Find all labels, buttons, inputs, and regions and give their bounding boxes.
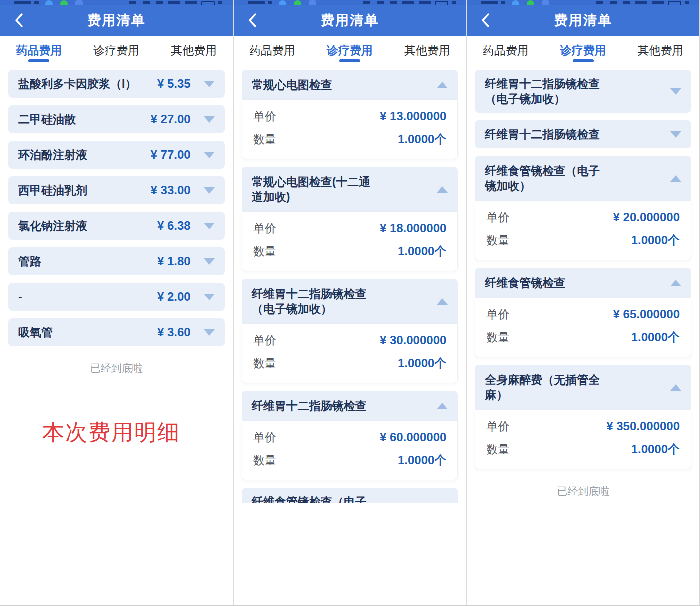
quantity-value: 1.0000个 [398,356,446,372]
expand-arrow-icon [204,330,215,336]
quantity-row: 数量1.0000个 [486,330,680,345]
tab-label: 药品费用 [250,43,296,58]
fee-item-header[interactable]: 纤维胃十二指肠镜检查 [242,391,458,421]
fee-item-name: - [18,290,158,304]
tab-2[interactable]: 其他费用 [622,36,700,65]
fee-item-row[interactable]: 环泊酚注射液¥ 77.00 [8,141,225,169]
status-bar [467,0,700,5]
end-of-list-text: 已经到底啦 [475,484,692,498]
status-bar [234,0,466,5]
tab-2[interactable]: 其他费用 [156,36,233,65]
fee-item-expanded: 全身麻醉费（无插管全麻）单价¥ 350.000000数量1.0000个 [475,365,692,470]
fee-item-name: 常规心电图检查 [252,78,332,92]
fee-list: 盐酸利多卡因胶浆（I）¥ 5.35二甲硅油散¥ 27.00环泊酚注射液¥ 77.… [0,65,233,376]
fee-item-row[interactable]: 吸氧管¥ 3.60 [8,318,225,346]
back-icon[interactable] [10,12,28,29]
collapse-arrow-icon [437,403,448,410]
status-icon-fragment [623,1,630,4]
status-icon-fragment [218,1,222,4]
unit-price-label: 单价 [254,109,276,124]
fee-item-row[interactable]: 氯化钠注射液¥ 6.38 [8,212,225,240]
notification-dot-icon [60,0,68,5]
back-icon[interactable] [244,12,261,29]
notification-dot-icon [46,0,53,5]
status-icon-fragment [685,1,689,4]
fee-item-expanded: 常规心电图检查单价¥ 13.000000数量1.0000个 [242,70,458,160]
fee-item-header[interactable]: 纤维胃十二指肠镜检查（电子镜加收） [242,279,458,324]
quantity-label: 数量 [254,453,276,468]
fee-list: 纤维胃十二指肠镜检查（电子镜加收）纤维胃十二指肠镜检查纤维食管镜检查（电子镜加收… [467,65,700,498]
expand-arrow-icon [204,188,215,194]
tab-0[interactable]: 药品费用 [467,36,544,65]
fee-item-header[interactable]: 纤维食管镜检查（电子 [242,488,458,503]
tab-1[interactable]: 诊疗费用 [312,36,389,65]
tab-label: 其他费用 [171,43,217,58]
unit-price-value: ¥ 60.000000 [380,430,446,444]
quantity-value: 1.0000个 [632,330,680,346]
fee-item-header[interactable]: 常规心电图检查(十二通道加收) [242,167,458,212]
notification-dot-icon [542,0,550,5]
tab-label: 药品费用 [16,43,62,58]
battery-icon [668,1,682,5]
unit-price-label: 单价 [486,210,510,226]
fee-item-row[interactable]: 盐酸利多卡因胶浆（I）¥ 5.35 [8,70,225,98]
tab-1[interactable]: 诊疗费用 [544,36,622,65]
fee-item-row[interactable]: -¥ 2.00 [8,283,225,311]
fee-item-header[interactable]: 全身麻醉费（无插管全麻） [475,365,692,410]
fee-item-row[interactable]: 管路¥ 1.80 [8,248,225,276]
tab-2[interactable]: 其他费用 [388,36,466,65]
tab-0[interactable]: 药品费用 [234,36,312,65]
fee-item-row[interactable]: 西甲硅油乳剂¥ 33.00 [8,176,225,204]
notification-dot-icon [76,0,83,5]
unit-price-row: 单价¥ 30.000000 [254,333,447,348]
fee-item-row[interactable]: 二甲硅油散¥ 27.00 [8,106,225,134]
fee-item-expanded: 纤维食管镜检查（电子镜加收）单价¥ 20.000000数量1.0000个 [475,156,692,260]
tab-0[interactable]: 药品费用 [0,36,78,65]
end-of-list-text: 已经到底啦 [8,362,225,376]
status-icon-fragment [635,1,647,4]
fee-item-name: 环泊酚注射液 [18,148,151,162]
phone-screenshot-treatment-fees-bottom: 费用清单药品费用诊疗费用其他费用纤维胃十二指肠镜检查（电子镜加收）纤维胃十二指肠… [466,0,700,605]
quantity-value: 1.0000个 [398,452,446,468]
status-icon-fragment [363,1,370,4]
fee-item-name: 吸氧管 [18,325,158,340]
fee-item-header[interactable]: 纤维食管镜检查（电子镜加收） [475,156,692,201]
fee-item-name: 氯化钠注射液 [18,218,158,234]
fee-item-header[interactable]: 常规心电图检查 [242,70,458,100]
quantity-row: 数量1.0000个 [254,132,447,147]
phone-screenshot-treatment-fees-top: 费用清单药品费用诊疗费用其他费用常规心电图检查单价¥ 13.000000数量1.… [233,0,466,605]
status-icon-fragment [402,1,414,4]
quantity-value: 1.0000个 [632,232,680,248]
status-icon-fragment [168,1,180,4]
tab-1[interactable]: 诊疗费用 [78,36,156,65]
fee-item-detail: 单价¥ 20.000000数量1.0000个 [475,201,692,260]
status-icon-fragment [390,1,397,4]
fee-item-row[interactable]: 纤维胃十二指肠镜检查（电子镜加收） [475,70,692,113]
fee-item-price: ¥ 2.00 [158,290,191,304]
status-icon-fragment [419,1,431,4]
unit-price-row: 单价¥ 18.000000 [254,221,447,236]
fee-item-detail: 单价¥ 350.000000数量1.0000个 [475,410,692,470]
expand-arrow-icon [204,294,215,300]
fee-item-name: 纤维食管镜检查（电子 [252,494,367,503]
fee-item-header[interactable]: 纤维食管镜检查 [475,268,692,298]
fee-item-price: ¥ 5.35 [158,77,191,91]
fee-item: 盐酸利多卡因胶浆（I）¥ 5.35 [8,70,225,98]
fee-item-row[interactable]: 纤维胃十二指肠镜检查 [475,120,692,148]
fee-item-price: ¥ 77.00 [151,148,191,162]
back-icon[interactable] [477,12,494,29]
status-time-fragment [34,2,39,4]
unit-price-row: 单价¥ 350.000000 [486,419,680,434]
app-header: 费用清单 [234,5,466,36]
expand-arrow-icon [204,152,215,158]
expand-arrow-icon [670,88,682,95]
page-title: 费用清单 [88,12,146,30]
fee-item: -¥ 2.00 [8,283,225,311]
quantity-value: 1.0000个 [398,244,446,260]
fee-item-name: 常规心电图检查(十二通道加收) [252,174,377,204]
status-icon-fragment [130,1,136,4]
fee-item-name: 纤维胃十二指肠镜检查（电子镜加收） [252,286,377,316]
notification-dot-icon [527,0,534,5]
fee-item-expanded: 常规心电图检查(十二通道加收)单价¥ 18.000000数量1.0000个 [242,167,458,272]
expand-arrow-icon [204,258,215,265]
